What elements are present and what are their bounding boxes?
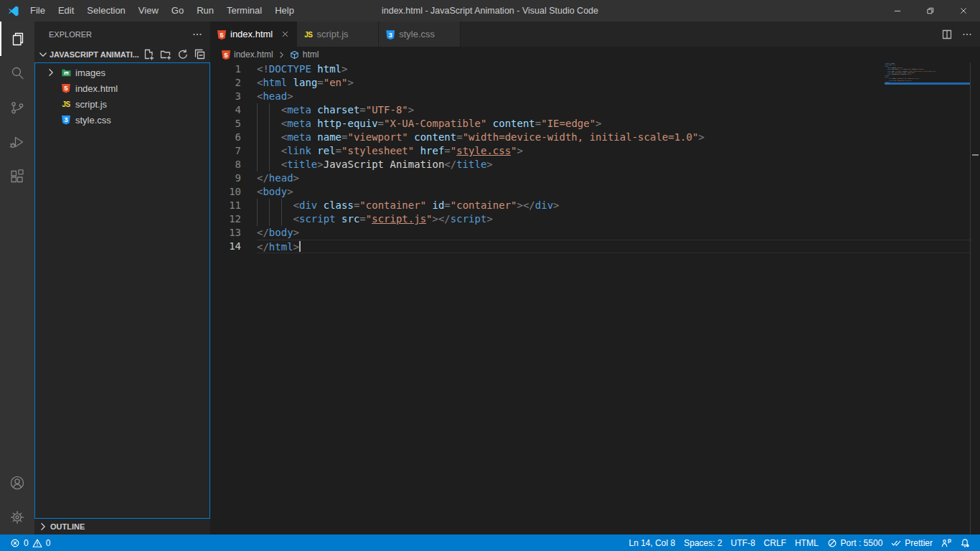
code-lines: 1<!DOCTYPE html>2<html lang="en">3<head>… xyxy=(210,62,970,253)
indent-guide xyxy=(269,158,270,171)
code-line-5[interactable]: 5 <meta http-equiv="X-UA-Compatible" con… xyxy=(210,117,970,131)
breadcrumb-symbol[interactable]: html xyxy=(303,50,319,60)
menu-selection[interactable]: Selection xyxy=(80,0,131,22)
refresh-explorer-button[interactable] xyxy=(177,49,189,60)
line-number: 1 xyxy=(210,62,241,76)
explorer-header: EXPLORER xyxy=(34,22,210,47)
activity-search[interactable] xyxy=(0,56,34,90)
status-encoding[interactable]: UTF-8 xyxy=(727,538,760,548)
status-live-server-port[interactable]: Port : 5500 xyxy=(823,538,887,548)
code-line-1[interactable]: 1<!DOCTYPE html> xyxy=(210,62,970,76)
tab-index-html[interactable]: 5index.html xyxy=(210,22,297,47)
line-number: 14 xyxy=(210,240,241,253)
views-and-more-actions-icon[interactable] xyxy=(192,29,203,40)
status-line-col[interactable]: Ln 14, Col 8 xyxy=(624,538,679,548)
menu-file[interactable]: File xyxy=(24,0,52,22)
explorer-section-header[interactable]: JAVASCRIPT ANIMATI... xyxy=(34,47,210,62)
window-controls xyxy=(881,0,980,22)
chevron-right-icon xyxy=(37,521,49,532)
breadcrumb-file[interactable]: index.html xyxy=(234,50,273,60)
indent-guide xyxy=(257,158,258,171)
close-window-button[interactable] xyxy=(947,0,980,22)
line-number: 3 xyxy=(210,90,241,103)
minimap-line: </html> xyxy=(885,83,963,84)
double-check-icon xyxy=(891,538,901,548)
indent-guide xyxy=(257,117,258,131)
indent-guide xyxy=(269,144,270,158)
menu-edit[interactable]: Edit xyxy=(52,0,80,22)
menu-terminal[interactable]: Terminal xyxy=(220,0,268,22)
problems-status[interactable]: 0 0 xyxy=(6,534,55,551)
restore-icon xyxy=(926,6,935,15)
status-feedback[interactable] xyxy=(937,538,956,548)
minimap[interactable]: <!DOCTYPE html><html lang="en"><head> <m… xyxy=(885,62,970,534)
tree-item-script-js[interactable]: JSscript.js xyxy=(35,96,209,112)
code-line-14[interactable]: 14</html> xyxy=(210,240,970,253)
code-line-3[interactable]: 3<head> xyxy=(210,90,970,103)
status-indentation[interactable]: Spaces: 2 xyxy=(679,538,726,548)
tree-item-images[interactable]: images xyxy=(35,65,209,80)
chevron-down-icon xyxy=(37,49,49,60)
more-actions-button[interactable] xyxy=(961,29,973,40)
code-line-11[interactable]: 11 <div class="container" id="container"… xyxy=(210,199,970,212)
tab-script-js[interactable]: JSscript.js xyxy=(297,22,379,47)
close-tab-icon[interactable] xyxy=(281,30,289,38)
file-tree: images5index.htmlJSscript.js3style.css xyxy=(34,62,210,519)
code-line-12[interactable]: 12 <script src="script.js"></script> xyxy=(210,212,970,226)
indent-guide xyxy=(281,199,282,212)
explorer-title: EXPLORER xyxy=(49,30,92,39)
indent-guide xyxy=(257,131,258,144)
error-count: 0 xyxy=(24,538,29,548)
menu-view[interactable]: View xyxy=(132,0,165,22)
line-number: 7 xyxy=(210,144,241,158)
run-debug-icon xyxy=(9,133,26,151)
tree-item-style-css[interactable]: 3style.css xyxy=(35,112,209,128)
tree-item-index-html[interactable]: 5index.html xyxy=(35,80,209,96)
code-line-10[interactable]: 10<body> xyxy=(210,185,970,199)
restore-button[interactable] xyxy=(914,0,947,22)
code-line-8[interactable]: 8 <title>JavaScript Animation</title> xyxy=(210,158,970,171)
tab-style-css[interactable]: 3style.css xyxy=(379,22,461,47)
status-prettier[interactable]: Prettier xyxy=(887,538,937,548)
new-file-button[interactable] xyxy=(143,49,154,60)
code-area[interactable]: 1<!DOCTYPE html>2<html lang="en">3<head>… xyxy=(210,62,980,534)
activity-explorer[interactable] xyxy=(0,22,34,56)
warning-count: 0 xyxy=(46,538,51,548)
minimize-button[interactable] xyxy=(881,0,914,22)
status-eol[interactable]: CRLF xyxy=(760,538,791,548)
code-line-6[interactable]: 6 <meta name="viewport" content="width=d… xyxy=(210,131,970,144)
line-number: 5 xyxy=(210,117,241,131)
activity-extensions[interactable] xyxy=(0,159,34,194)
activity-source-control[interactable] xyxy=(0,90,34,125)
line-number: 2 xyxy=(210,76,241,90)
new-folder-button[interactable] xyxy=(160,49,171,60)
line-number: 8 xyxy=(210,158,241,171)
activity-accounts[interactable] xyxy=(0,466,34,500)
error-icon xyxy=(10,538,20,548)
status-language-mode[interactable]: HTML xyxy=(791,538,823,548)
menu-run[interactable]: Run xyxy=(190,0,220,22)
menubar: FileEditSelectionViewGoRunTerminalHelp xyxy=(24,0,301,22)
overview-ruler[interactable] xyxy=(970,62,980,534)
code-line-7[interactable]: 7 <link rel="stylesheet" href="style.css… xyxy=(210,144,970,158)
code-line-2[interactable]: 2<html lang="en"> xyxy=(210,76,970,90)
code-line-4[interactable]: 4 <meta charset="UTF-8"> xyxy=(210,103,970,117)
collapse-folders-button[interactable] xyxy=(194,49,206,60)
indent-guide xyxy=(257,212,258,226)
search-icon xyxy=(9,65,26,82)
split-editor-button[interactable] xyxy=(941,29,953,40)
activity-settings[interactable] xyxy=(0,500,34,534)
menu-help[interactable]: Help xyxy=(268,0,301,22)
explorer-actions xyxy=(143,49,206,60)
files-icon xyxy=(9,30,26,47)
code-line-13[interactable]: 13</body> xyxy=(210,226,970,240)
menu-go[interactable]: Go xyxy=(165,0,190,22)
breadcrumb: 5 index.html html xyxy=(210,47,980,62)
outline-section[interactable]: OUTLINE xyxy=(34,519,210,534)
status-notifications[interactable] xyxy=(956,538,974,548)
line-number: 12 xyxy=(210,212,241,226)
outline-title: OUTLINE xyxy=(50,522,85,531)
activity-bar-bottom xyxy=(0,466,34,534)
code-line-9[interactable]: 9</head> xyxy=(210,171,970,185)
activity-run-and-debug[interactable] xyxy=(0,125,34,159)
